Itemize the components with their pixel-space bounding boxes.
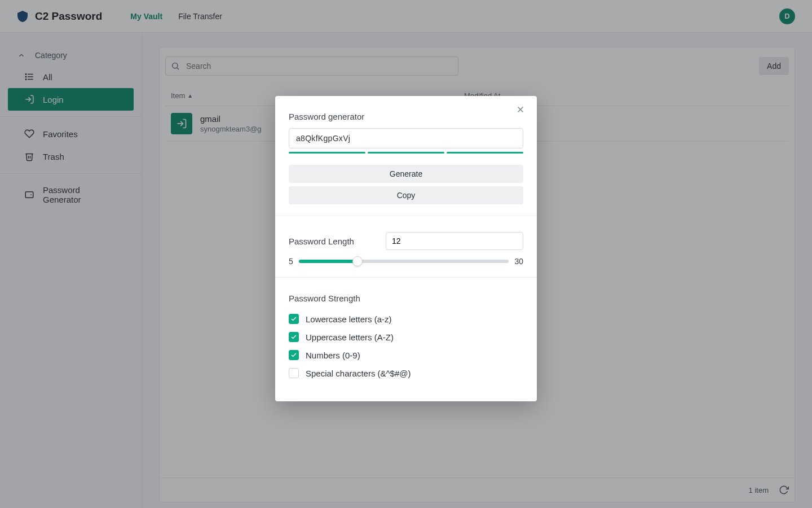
checkbox-checked-icon[interactable]: [289, 332, 299, 342]
checkbox-checked-icon[interactable]: [289, 314, 299, 324]
slider-knob[interactable]: [352, 256, 363, 266]
strength-meter: [289, 152, 523, 154]
modal-overlay[interactable]: Password generator a8QkfKgpGxVj Generate…: [0, 0, 812, 508]
generated-password[interactable]: a8QkfKgpGxVj: [289, 128, 523, 148]
slider-min: 5: [289, 257, 293, 266]
checkbox-checked-icon[interactable]: [289, 350, 299, 360]
option-lowercase[interactable]: Lowercase letters (a-z): [289, 310, 523, 328]
slider-max: 30: [514, 257, 523, 266]
generate-button[interactable]: Generate: [289, 165, 523, 183]
length-label: Password Length: [289, 237, 354, 246]
option-numbers[interactable]: Numbers (0-9): [289, 346, 523, 364]
length-slider[interactable]: [299, 260, 509, 263]
option-special[interactable]: Special characters (&^$#@): [289, 364, 523, 382]
password-generator-modal: Password generator a8QkfKgpGxVj Generate…: [275, 96, 537, 401]
close-button[interactable]: [514, 104, 527, 116]
modal-title: Password generator: [289, 112, 523, 121]
checkbox-unchecked-icon[interactable]: [289, 368, 299, 378]
option-uppercase[interactable]: Uppercase letters (A-Z): [289, 328, 523, 346]
length-input[interactable]: [386, 232, 523, 250]
copy-button[interactable]: Copy: [289, 186, 523, 204]
strength-title: Password Strength: [289, 294, 523, 303]
